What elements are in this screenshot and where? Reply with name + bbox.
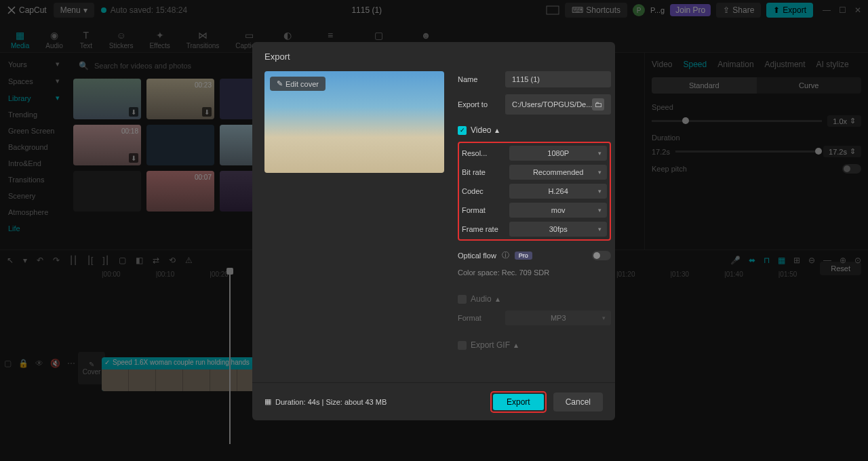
resolution-select[interactable]: 1080P▾: [509, 146, 607, 161]
pro-badge: Pro: [515, 252, 532, 260]
chevron-down-icon: ▾: [598, 188, 601, 195]
video-checkbox[interactable]: ✓: [458, 126, 467, 135]
format-label: Format: [462, 206, 502, 214]
chevron-down-icon: ▾: [602, 315, 606, 321]
exportto-label: Export to: [458, 100, 498, 108]
audio-format-label: Format: [458, 314, 498, 322]
framerate-label: Frame rate: [462, 225, 502, 233]
chevron-down-icon: ▾: [598, 169, 601, 176]
modal-title: Export: [252, 42, 615, 71]
chevron-down-icon: ▾: [598, 226, 601, 233]
info-icon[interactable]: ⓘ: [502, 250, 509, 260]
gif-section-header[interactable]: Export GIF▴: [458, 340, 611, 350]
video-section-header[interactable]: ✓Video▴: [458, 125, 611, 135]
video-settings-highlight: Resol...1080P▾ Bit rateRecommended▾ Code…: [458, 142, 611, 241]
name-input[interactable]: 1115 (1): [505, 71, 611, 87]
cover-preview: ✎Edit cover: [264, 71, 444, 173]
colorspace-text: Color space: Rec. 709 SDR: [458, 268, 611, 277]
chevron-down-icon: ▾: [598, 150, 601, 157]
codec-select[interactable]: H.264▾: [509, 184, 607, 199]
pencil-icon: ✎: [277, 79, 283, 88]
framerate-select[interactable]: 30fps▾: [509, 222, 607, 237]
audio-checkbox[interactable]: [458, 295, 467, 304]
export-modal: Export ✎Edit cover Name1115 (1) Export t…: [252, 42, 615, 420]
bitrate-label: Bit rate: [462, 168, 502, 176]
resolution-label: Resol...: [462, 149, 502, 157]
export-confirm-button[interactable]: Export: [493, 394, 544, 410]
audio-format-select: MP3▾: [505, 310, 611, 325]
folder-icon[interactable]: 🗀: [592, 98, 604, 111]
cancel-button[interactable]: Cancel: [553, 393, 603, 412]
exportto-input[interactable]: C:/Users/TOPGUS/De...🗀: [505, 94, 611, 115]
opticalflow-label: Optical flow: [458, 252, 496, 260]
chevron-up-icon: ▴: [495, 125, 499, 135]
chevron-down-icon: ▾: [598, 207, 601, 214]
edit-cover-button[interactable]: ✎Edit cover: [270, 77, 326, 91]
codec-label: Codec: [462, 187, 502, 195]
bitrate-select[interactable]: Recommended▾: [509, 165, 607, 180]
gif-checkbox[interactable]: [458, 341, 467, 350]
format-select[interactable]: mov▾: [509, 203, 607, 218]
chevron-up-icon: ▴: [496, 294, 500, 304]
duration-info: ▦Duration: 44s | Size: about 43 MB: [264, 397, 387, 406]
export-confirm-highlight: Export: [490, 391, 547, 413]
chevron-up-icon: ▴: [514, 340, 518, 350]
film-icon: ▦: [264, 397, 271, 406]
opticalflow-toggle[interactable]: [592, 251, 611, 260]
audio-section-header[interactable]: Audio▴: [458, 294, 611, 304]
name-label: Name: [458, 75, 498, 83]
